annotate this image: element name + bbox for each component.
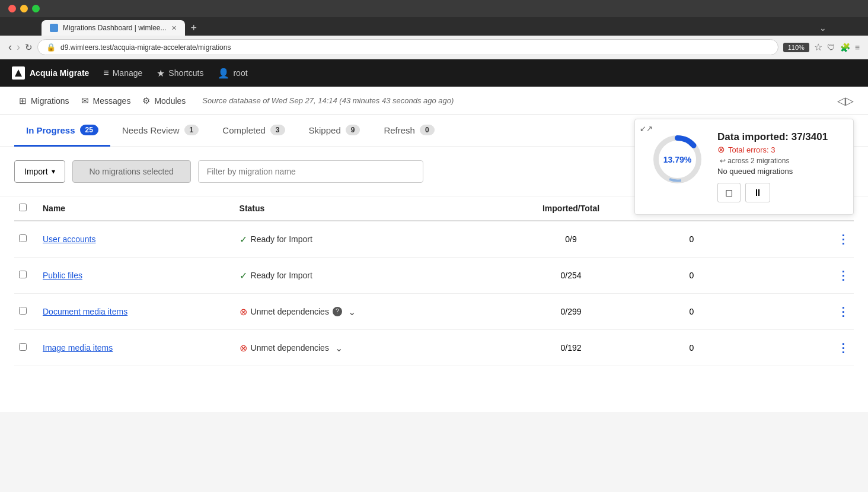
refresh-button[interactable]: ↻ bbox=[25, 42, 33, 53]
row-checkbox[interactable] bbox=[19, 271, 27, 278]
row-name-cell: User accounts bbox=[38, 221, 235, 258]
red-dot[interactable] bbox=[8, 5, 16, 12]
data-card-info: Data imported: 37/3401 ⊗ Total errors: 3… bbox=[717, 131, 839, 202]
content-nav-modules[interactable]: ⚙ Modules bbox=[138, 96, 190, 106]
svg-marker-0 bbox=[15, 69, 22, 77]
row-messages-cell: 0 bbox=[640, 221, 743, 258]
user-accounts-link[interactable]: User accounts bbox=[43, 234, 95, 244]
table-container: Name Status Imported/Total Messages Oper… bbox=[0, 196, 868, 366]
user-icon: 👤 bbox=[218, 68, 229, 79]
migrations-table: Name Status Imported/Total Messages Oper… bbox=[14, 196, 854, 366]
tab-refresh[interactable]: Refresh 0 bbox=[372, 115, 446, 147]
tab-refresh-badge: 0 bbox=[420, 125, 435, 135]
forward-button[interactable]: › bbox=[17, 41, 20, 53]
row-checkbox[interactable] bbox=[19, 307, 27, 315]
admin-logo-label: Acquia Migrate bbox=[30, 68, 89, 78]
public-files-link[interactable]: Public files bbox=[43, 271, 82, 280]
browser-tab-bar: Migrations Dashboard | wimlee... ✕ + ⌄ bbox=[0, 17, 868, 36]
row-messages-cell: 0 bbox=[640, 330, 743, 366]
sidebar-toggle[interactable]: ◁▷ bbox=[837, 94, 854, 107]
data-card: ↙↗ 13.79% Data imported: 37/3401 bbox=[634, 119, 854, 215]
shortcuts-nav-item[interactable]: ★ Shortcuts bbox=[157, 68, 203, 79]
operations-menu-button[interactable]: ⋮ bbox=[837, 341, 849, 354]
error-circle-icon: ⊗ bbox=[717, 144, 725, 155]
tab-needs-review[interactable]: Needs Review 1 bbox=[110, 115, 210, 147]
operations-menu-button[interactable]: ⋮ bbox=[837, 305, 849, 318]
check-icon: ✓ bbox=[240, 270, 247, 281]
row-checkbox[interactable] bbox=[19, 234, 27, 242]
main-content: In Progress 25 Needs Review 1 Completed … bbox=[0, 115, 868, 412]
manage-nav-item[interactable]: ≡ Manage bbox=[103, 68, 142, 78]
row-checkbox[interactable] bbox=[19, 343, 27, 351]
new-tab-button[interactable]: + bbox=[185, 22, 203, 34]
header-imported-total: Imported/Total bbox=[502, 196, 640, 221]
row-checkbox-cell bbox=[14, 330, 38, 366]
admin-toolbar: Acquia Migrate ≡ Manage ★ Shortcuts 👤 ro… bbox=[0, 59, 868, 87]
puzzle-ext-icon[interactable]: 🧩 bbox=[840, 43, 850, 52]
donut-percent-label: 13.79% bbox=[663, 155, 691, 164]
expand-button[interactable]: ⌄ bbox=[333, 342, 345, 354]
image-media-link[interactable]: Image media items bbox=[43, 343, 113, 353]
messages-icon: ✉ bbox=[81, 96, 89, 106]
row-checkbox-cell bbox=[14, 294, 38, 330]
toolbar-area: Import ▾ No migrations selected ↙↗ bbox=[0, 147, 868, 196]
address-bar[interactable]: 🔒 d9.wimleers.test/acquia-migrate-accele… bbox=[37, 39, 778, 55]
operations-menu-button[interactable]: ⋮ bbox=[837, 233, 849, 246]
row-ops-cell: ⋮ bbox=[743, 330, 854, 366]
filter-input[interactable] bbox=[198, 160, 423, 183]
data-fraction: 37/3401 bbox=[792, 131, 828, 142]
document-media-link[interactable]: Document media items bbox=[43, 307, 127, 316]
content-nav-messages[interactable]: ✉ Messages bbox=[76, 96, 136, 106]
green-dot[interactable] bbox=[32, 5, 40, 12]
header-status: Status bbox=[235, 196, 502, 221]
menu-ext-icon[interactable]: ≡ bbox=[855, 43, 860, 52]
check-icon: ✓ bbox=[240, 234, 247, 245]
browser-chrome bbox=[0, 0, 868, 17]
pause-button[interactable]: ⏸ bbox=[745, 183, 770, 202]
status-label: Unmet dependencies bbox=[251, 343, 329, 353]
tab-completed[interactable]: Completed 3 bbox=[210, 115, 296, 147]
browser-tab-active[interactable]: Migrations Dashboard | wimlee... ✕ bbox=[42, 20, 185, 36]
no-queued: No queued migrations bbox=[717, 167, 839, 176]
close-icon[interactable]: ✕ bbox=[171, 24, 177, 32]
modules-icon: ⚙ bbox=[142, 96, 150, 106]
row-status-cell: ✓ Ready for Import bbox=[235, 221, 502, 258]
star-icon: ★ bbox=[157, 68, 165, 79]
tab-skipped[interactable]: Skipped 9 bbox=[297, 115, 372, 147]
chevron-down-icon[interactable]: ⌄ bbox=[819, 23, 826, 33]
arrow-return-icon: ↩ bbox=[720, 157, 726, 165]
select-all-checkbox[interactable] bbox=[19, 204, 27, 211]
user-label: root bbox=[233, 68, 247, 78]
stop-button[interactable]: ◻ bbox=[717, 183, 741, 202]
user-nav-item[interactable]: 👤 root bbox=[218, 68, 247, 79]
row-checkbox-cell bbox=[14, 221, 38, 258]
data-card-title: Data imported: 37/3401 bbox=[717, 131, 839, 143]
status-unmet: ⊗ Unmet dependencies ⌄ bbox=[240, 342, 497, 354]
yellow-dot[interactable] bbox=[20, 5, 28, 12]
table-row: Image media items ⊗ Unmet dependencies ⌄… bbox=[14, 330, 854, 366]
lock-icon: 🔒 bbox=[46, 43, 56, 52]
import-button[interactable]: Import ▾ bbox=[14, 160, 65, 183]
across-migrations: ↩ across 2 migrations bbox=[717, 157, 839, 165]
row-messages-cell: 0 bbox=[640, 258, 743, 294]
bookmark-icon[interactable]: ☆ bbox=[814, 42, 822, 53]
tab-in-progress[interactable]: In Progress 25 bbox=[14, 115, 110, 147]
tab-title: Migrations Dashboard | wimlee... bbox=[63, 24, 167, 32]
grid-icon: ⊞ bbox=[19, 96, 27, 106]
expand-button[interactable]: ⌄ bbox=[346, 306, 358, 318]
status-label: Unmet dependencies bbox=[251, 307, 329, 316]
shield-ext-icon[interactable]: 🛡 bbox=[827, 43, 835, 52]
browser-ext-icons: 🛡 🧩 ≡ bbox=[827, 43, 860, 52]
header-name: Name bbox=[38, 196, 235, 221]
error-circle-icon: ⊗ bbox=[240, 306, 247, 318]
help-icon[interactable]: ? bbox=[333, 307, 342, 316]
status-ready: ✓ Ready for Import bbox=[240, 270, 497, 281]
shortcuts-label: Shortcuts bbox=[168, 68, 203, 78]
admin-logo[interactable]: Acquia Migrate bbox=[12, 66, 89, 80]
operations-menu-button[interactable]: ⋮ bbox=[837, 269, 849, 282]
total-errors: ⊗ Total errors: 3 bbox=[717, 144, 839, 155]
modules-label: Modules bbox=[154, 96, 186, 106]
errors-label: Total errors: 3 bbox=[728, 145, 775, 154]
back-button[interactable]: ‹ bbox=[8, 41, 12, 53]
content-nav-migrations[interactable]: ⊞ Migrations bbox=[14, 96, 74, 106]
